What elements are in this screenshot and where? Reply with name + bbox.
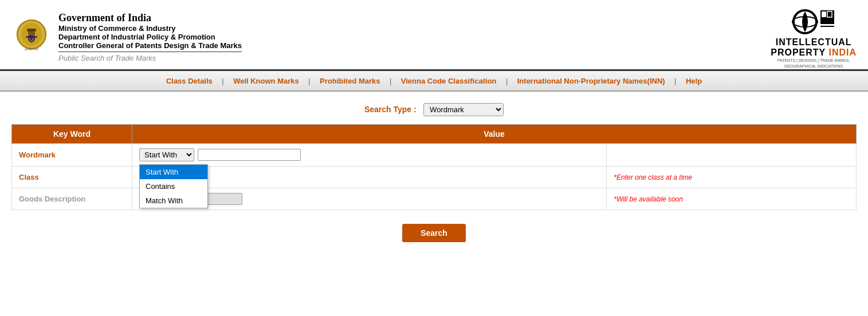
search-type-row: Search Type : Wordmark Device Combined xyxy=(11,103,857,116)
dd-item-match-with[interactable]: Match With xyxy=(140,193,207,208)
india-emblem-icon: सत्यमेव जयते xyxy=(11,17,52,57)
wordmark-type-select[interactable]: Start With Contains Match With xyxy=(139,148,194,161)
search-button-row: Search xyxy=(11,224,857,242)
ip-india-logo-icon xyxy=(791,6,836,37)
public-search-label: Public Search of Trade Marks xyxy=(58,54,242,62)
wordmark-dropdown-container: Start With Contains Match With Start Wit… xyxy=(139,148,194,161)
wordmark-label: Wordmark xyxy=(12,143,132,166)
nav-inn[interactable]: International Non-Proprietary Names(INN) xyxy=(510,77,672,85)
search-type-label: Search Type : xyxy=(364,105,417,114)
nav-sep-1: | xyxy=(222,77,223,85)
dept-line: Department of Industrial Policy & Promot… xyxy=(58,33,242,41)
page-header: सत्यमेव जयते Government of India Ministr… xyxy=(0,0,868,71)
controller-line: Controller General of Patents Design & T… xyxy=(58,41,242,50)
nav-sep-2: | xyxy=(308,77,310,85)
col-value-header: Value xyxy=(132,124,857,143)
nav-sep-5: | xyxy=(674,77,676,85)
nav-sep-3: | xyxy=(390,77,391,85)
ministry-line: Ministry of Commerce & Industry xyxy=(58,24,242,33)
nav-vienna-code[interactable]: Vienna Code Classification xyxy=(394,77,504,85)
wordmark-dropdown-open[interactable]: Start With Contains Match With xyxy=(139,164,208,208)
class-row: Class *Enter one class at a time xyxy=(12,166,857,188)
class-label: Class xyxy=(12,166,132,188)
dd-item-start-with[interactable]: Start With xyxy=(140,165,207,179)
class-note-cell: *Enter one class at a time xyxy=(607,166,857,188)
nav-class-details[interactable]: Class Details xyxy=(159,77,219,85)
dd-item-contains[interactable]: Contains xyxy=(140,179,207,193)
ip-india-logo: INTELLECTUAL PROPERTY INDIA PATENTS | DE… xyxy=(771,6,857,69)
wordmark-input[interactable] xyxy=(198,149,301,161)
search-table: Key Word Value Wordmark Start With Conta… xyxy=(11,124,857,210)
nav-well-known-marks[interactable]: Well Known Marks xyxy=(226,77,306,85)
wordmark-note-cell xyxy=(607,143,857,166)
goods-row: Goods Description *Will be available soo… xyxy=(12,188,857,210)
svg-rect-3 xyxy=(28,31,35,36)
gov-title: Government of India xyxy=(58,12,242,24)
svg-text:सत्यमेव जयते: सत्यमेव जयते xyxy=(24,48,38,51)
goods-label: Goods Description xyxy=(12,188,132,210)
ip-india-brand: INDIA xyxy=(828,48,857,57)
col-keyword-header: Key Word xyxy=(12,124,132,143)
wordmark-row: Wordmark Start With Contains Match With … xyxy=(12,143,857,166)
header-text: Government of India Ministry of Commerce… xyxy=(58,12,242,62)
nav-sep-4: | xyxy=(506,77,508,85)
main-content: Search Type : Wordmark Device Combined K… xyxy=(0,92,868,254)
nav-help[interactable]: Help xyxy=(679,77,709,85)
ip-subtext: PATENTS | DESIGNS | TRADE MARKS,GEOGRAPH… xyxy=(777,58,850,69)
svg-rect-15 xyxy=(822,11,826,17)
navigation-bar: Class Details | Well Known Marks | Prohi… xyxy=(0,71,868,92)
search-button[interactable]: Search xyxy=(402,224,466,242)
ip-india-text: INTELLECTUAL xyxy=(776,37,852,48)
class-note: *Enter one class at a time xyxy=(614,173,692,181)
search-type-select[interactable]: Wordmark Device Combined xyxy=(423,103,504,116)
wordmark-value-cell: Start With Contains Match With Start Wit… xyxy=(132,143,607,166)
goods-note: *Will be available soon xyxy=(614,195,683,203)
svg-rect-2 xyxy=(27,29,36,31)
goods-note-cell: *Will be available soon xyxy=(607,188,857,210)
header-left: सत्यमेव जयते Government of India Ministr… xyxy=(11,12,242,62)
nav-prohibited-marks[interactable]: Prohibited Marks xyxy=(313,77,387,85)
ip-property-text: PROPERTY INDIA xyxy=(771,48,857,58)
